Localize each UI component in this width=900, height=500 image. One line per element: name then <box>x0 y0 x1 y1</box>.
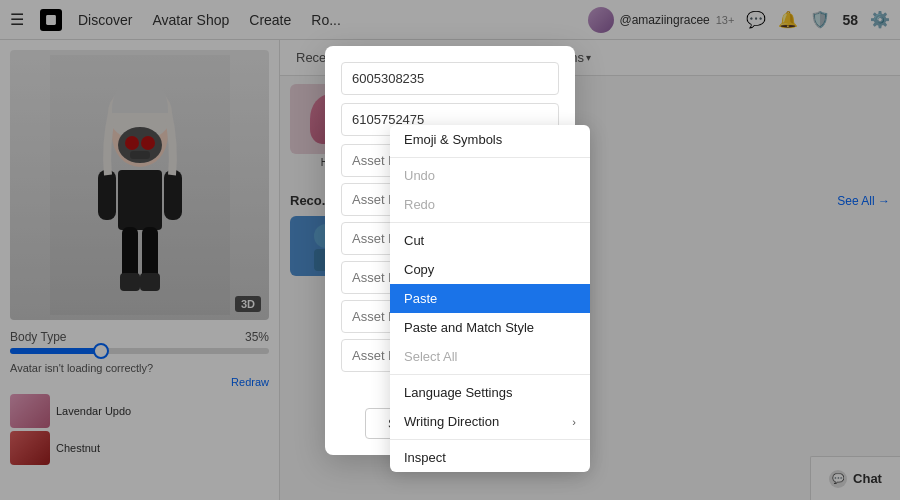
menu-divider <box>390 374 590 375</box>
context-menu-redo[interactable]: Redo <box>390 190 590 219</box>
menu-divider <box>390 222 590 223</box>
context-menu: Emoji & Symbols Undo Redo Cut Copy Paste… <box>390 125 590 472</box>
writing-direction-label: Writing Direction <box>404 414 499 429</box>
context-menu-inspect[interactable]: Inspect <box>390 443 590 472</box>
context-menu-language[interactable]: Language Settings <box>390 378 590 407</box>
asset-id-input-1[interactable] <box>341 62 559 95</box>
context-menu-paste-match[interactable]: Paste and Match Style <box>390 313 590 342</box>
submenu-arrow-icon: › <box>572 416 576 428</box>
context-menu-emoji[interactable]: Emoji & Symbols <box>390 125 590 154</box>
context-menu-paste[interactable]: Paste <box>390 284 590 313</box>
context-menu-undo[interactable]: Undo <box>390 161 590 190</box>
menu-divider <box>390 157 590 158</box>
context-menu-writing-direction[interactable]: Writing Direction › <box>390 407 590 436</box>
modal-overlay: Advanced Save Cancel Emoji & Symbols Und… <box>0 0 900 500</box>
context-menu-select-all[interactable]: Select All <box>390 342 590 371</box>
context-menu-copy[interactable]: Copy <box>390 255 590 284</box>
menu-divider <box>390 439 590 440</box>
context-menu-cut[interactable]: Cut <box>390 226 590 255</box>
main-layout: 3D Body Type 35% Avatar isn't loading co… <box>0 40 900 500</box>
